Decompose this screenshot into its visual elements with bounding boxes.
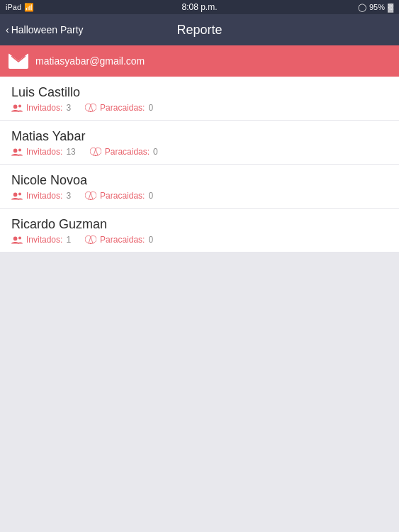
svg-line-18: [89, 237, 91, 244]
invitados-label: Invitados:: [26, 147, 62, 157]
list-item[interactable]: Matias Yabar Invitados: 13: [0, 121, 399, 165]
svg-line-8: [94, 149, 96, 156]
svg-point-12: [18, 193, 21, 196]
battery-circle-icon: ◯: [358, 3, 366, 12]
invitados-icon: [11, 235, 23, 244]
paracaidas-icon: [85, 192, 96, 200]
wifi-icon: 📶: [24, 3, 34, 12]
person-name: Luis Castillo: [11, 85, 388, 100]
invitados-stat: Invitados: 13: [11, 147, 76, 157]
list-item[interactable]: Ricardo Guzman Invitados: 1: [0, 209, 399, 252]
nav-bar: ‹ Halloween Party Reporte: [0, 14, 399, 45]
svg-point-11: [13, 193, 18, 197]
paracaidas-stat: Paracaidas: 0: [85, 103, 153, 113]
people-list: Luis Castillo Invitados: 3: [0, 77, 399, 252]
battery-label: 95%: [369, 3, 385, 11]
status-left: iPad 📶: [6, 3, 34, 12]
status-bar: iPad 📶 8:08 p.m. ◯ 95% ▓: [0, 0, 399, 14]
svg-rect-0: [11, 56, 26, 66]
paracaidas-label: Paracaidas:: [100, 191, 145, 201]
person-stats: Invitados: 13 Paracaidas: 0: [11, 147, 388, 157]
email-filter-bar: matiasyabar@gmail.com: [0, 45, 399, 77]
paracaidas-icon: [85, 235, 96, 244]
invitados-label: Invitados:: [26, 103, 62, 113]
svg-point-15: [90, 199, 91, 200]
svg-line-19: [91, 237, 93, 244]
person-stats: Invitados: 3 Paracaidas: 0: [11, 191, 388, 201]
battery-icon: ▓: [388, 3, 393, 11]
person-name: Nicole Novoa: [11, 173, 388, 188]
invitados-stat: Invitados: 3: [11, 103, 71, 113]
paracaidas-icon: [90, 148, 101, 156]
invitados-stat: Invitados: 3: [11, 191, 71, 201]
paracaidas-value: 0: [148, 191, 153, 201]
paracaidas-stat: Paracaidas: 0: [90, 147, 158, 157]
back-button[interactable]: ‹ Halloween Party: [6, 24, 84, 35]
paracaidas-label: Paracaidas:: [100, 103, 145, 113]
invitados-label: Invitados:: [26, 191, 62, 201]
paracaidas-value: 0: [153, 147, 158, 157]
time-display: 8:08 p.m.: [181, 2, 217, 12]
svg-point-10: [95, 155, 96, 156]
paracaidas-icon: [85, 104, 96, 112]
person-name: Matias Yabar: [11, 129, 388, 144]
status-right: ◯ 95% ▓: [358, 3, 393, 12]
person-stats: Invitados: 1 Paracaidas: 0: [11, 235, 388, 245]
paracaidas-value: 0: [148, 235, 153, 245]
page-title: Reporte: [176, 23, 222, 38]
invitados-stat: Invitados: 1: [11, 235, 71, 245]
list-item[interactable]: Nicole Novoa Invitados: 3: [0, 165, 399, 209]
email-address: matiasyabar@gmail.com: [35, 55, 145, 67]
paracaidas-value: 0: [148, 103, 153, 113]
svg-line-4: [91, 105, 93, 112]
paracaidas-label: Paracaidas:: [100, 235, 145, 245]
svg-line-14: [91, 193, 93, 200]
paracaidas-stat: Paracaidas: 0: [85, 235, 153, 245]
back-arrow-icon: ‹: [6, 24, 9, 35]
list-item[interactable]: Luis Castillo Invitados: 3: [0, 77, 399, 121]
svg-point-5: [90, 111, 91, 112]
svg-point-1: [13, 105, 18, 109]
paracaidas-label: Paracaidas:: [105, 147, 150, 157]
invitados-label: Invitados:: [26, 235, 62, 245]
svg-line-13: [89, 193, 91, 200]
invitados-icon: [11, 192, 23, 200]
person-name: Ricardo Guzman: [11, 217, 388, 232]
invitados-icon: [11, 148, 23, 156]
svg-point-17: [18, 237, 21, 240]
paracaidas-stat: Paracaidas: 0: [85, 191, 153, 201]
svg-point-2: [18, 105, 21, 108]
svg-point-16: [13, 237, 18, 241]
device-label: iPad: [6, 3, 21, 11]
person-stats: Invitados: 3 Paracaidas: 0: [11, 103, 388, 113]
svg-line-3: [89, 105, 91, 112]
invitados-value: 3: [66, 191, 71, 201]
invitados-value: 3: [66, 103, 71, 113]
back-label: Halloween Party: [11, 24, 84, 35]
svg-point-7: [18, 149, 21, 152]
svg-point-6: [13, 149, 18, 153]
email-icon: [9, 53, 28, 69]
svg-line-9: [96, 149, 98, 156]
invitados-value: 1: [66, 235, 71, 245]
invitados-value: 13: [66, 147, 75, 157]
svg-point-20: [90, 243, 91, 244]
invitados-icon: [11, 104, 23, 112]
